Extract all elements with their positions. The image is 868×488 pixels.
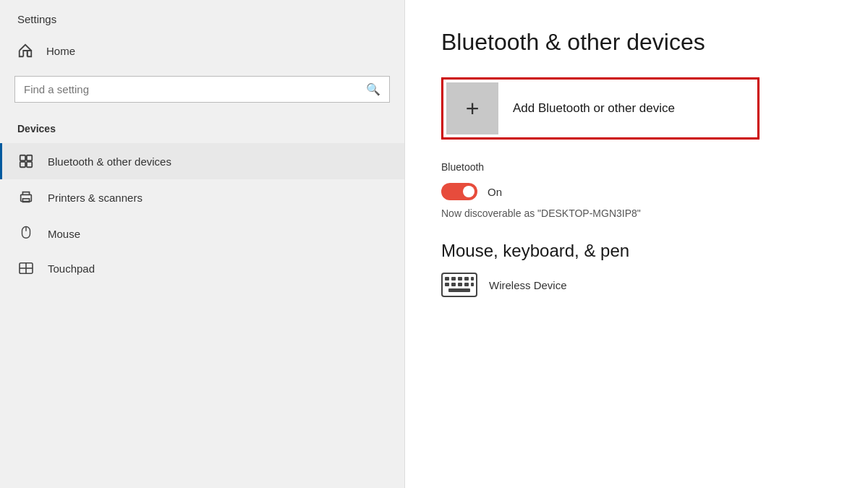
svg-rect-1: [27, 155, 32, 160]
add-icon: +: [446, 82, 498, 134]
mouse-keyboard-section: Mouse, keyboard, & pen W: [441, 241, 832, 297]
add-device-label: Add Bluetooth or other device: [498, 101, 675, 116]
sidebar-item-home[interactable]: Home: [0, 33, 404, 69]
printer-icon: [17, 189, 35, 205]
bluetooth-icon: [17, 153, 35, 169]
home-icon: [17, 43, 33, 59]
mouse-nav-label: Mouse: [48, 228, 80, 240]
search-icon: 🔍: [366, 82, 380, 96]
touchpad-nav-label: Touchpad: [48, 262, 95, 275]
svg-rect-16: [471, 277, 474, 281]
svg-rect-0: [20, 155, 25, 160]
main-content: Bluetooth & other devices + Add Bluetoot…: [405, 0, 868, 488]
sidebar-item-printers[interactable]: Printers & scanners: [0, 179, 404, 215]
home-label: Home: [46, 45, 75, 57]
svg-rect-13: [451, 277, 456, 281]
svg-rect-2: [20, 162, 25, 167]
touchpad-icon: [17, 262, 35, 275]
sidebar: Settings Home 🔍 Devices Bluetooth & othe…: [0, 0, 405, 488]
devices-section-label: Devices: [0, 117, 404, 143]
sidebar-item-touchpad[interactable]: Touchpad: [0, 252, 404, 285]
svg-rect-17: [445, 283, 449, 286]
mouse-icon: [17, 226, 35, 241]
svg-rect-22: [448, 288, 470, 292]
discoverable-text: Now discoverable as "DESKTOP-MGN3IP8": [441, 207, 832, 219]
bluetooth-toggle-row: On: [441, 183, 832, 200]
keyboard-icon: [441, 273, 477, 297]
svg-rect-19: [458, 283, 462, 286]
search-box[interactable]: 🔍: [14, 76, 390, 103]
plus-icon: +: [466, 95, 480, 122]
svg-rect-21: [471, 283, 474, 286]
add-device-button[interactable]: + Add Bluetooth or other device: [441, 77, 760, 140]
printers-nav-label: Printers & scanners: [48, 192, 142, 204]
svg-rect-18: [451, 283, 456, 286]
sidebar-item-bluetooth[interactable]: Bluetooth & other devices: [0, 143, 404, 179]
device-name: Wireless Device: [489, 279, 567, 291]
svg-rect-5: [22, 199, 29, 202]
svg-rect-3: [27, 162, 32, 167]
bluetooth-nav-label: Bluetooth & other devices: [48, 155, 171, 168]
svg-rect-15: [464, 277, 469, 281]
mouse-keyboard-title: Mouse, keyboard, & pen: [441, 241, 832, 261]
search-input[interactable]: [24, 83, 359, 95]
page-title: Bluetooth & other devices: [441, 29, 832, 56]
bluetooth-toggle-label: On: [488, 186, 502, 198]
bluetooth-toggle[interactable]: [441, 183, 477, 200]
svg-rect-12: [445, 277, 449, 281]
svg-rect-20: [464, 283, 469, 286]
svg-rect-14: [458, 277, 462, 281]
settings-title: Settings: [0, 0, 404, 33]
sidebar-item-mouse[interactable]: Mouse: [0, 215, 404, 252]
bluetooth-section: Bluetooth On Now discoverable as "DESKTO…: [441, 161, 832, 219]
bluetooth-heading: Bluetooth: [441, 161, 832, 173]
device-row: Wireless Device: [441, 273, 832, 297]
